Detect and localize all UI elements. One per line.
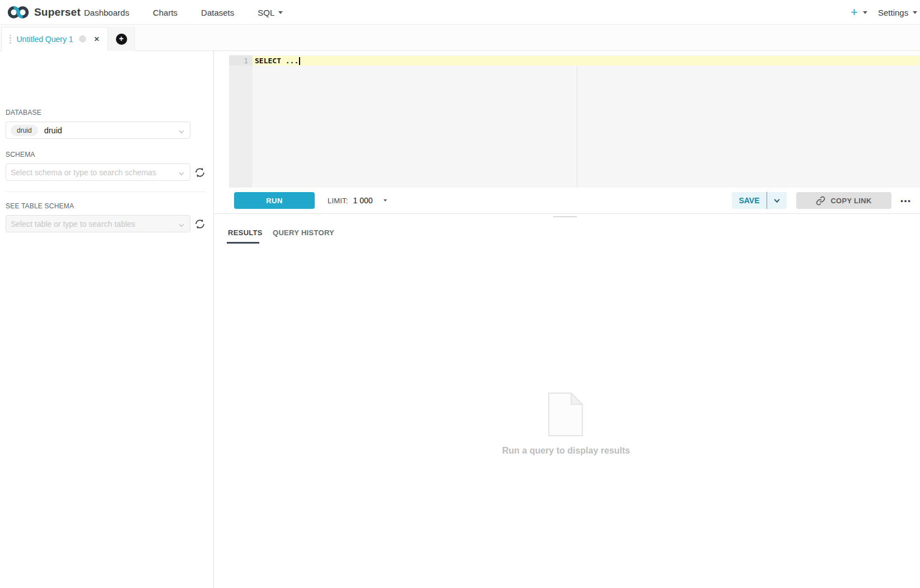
save-button[interactable]: SAVE	[732, 192, 767, 209]
tab-untitled-query-1[interactable]: Untitled Query 1 ✕	[1, 27, 108, 51]
settings-label: Settings	[878, 8, 908, 17]
close-tab-icon[interactable]: ✕	[94, 35, 100, 43]
database-label: DATABASE	[6, 109, 41, 116]
brand-title: Superset	[34, 6, 81, 18]
south-pane-divider	[214, 213, 920, 214]
main-nav: Dashboards Charts Datasets SQL	[84, 0, 306, 25]
editor-gutter: 1	[229, 55, 253, 188]
add-tab-button[interactable]: +	[108, 27, 135, 51]
link-icon	[816, 196, 825, 206]
query-tab-title: Untitled Query 1	[17, 35, 73, 44]
chevron-down-icon	[178, 127, 185, 137]
chevron-down-icon	[178, 221, 185, 231]
nav-item-charts[interactable]: Charts	[153, 8, 184, 17]
chevron-down-icon	[773, 197, 781, 204]
sql-lab-sidebar: DATABASE druid druid SCHEMA Select schem…	[0, 51, 213, 588]
more-options-button[interactable]: •••	[896, 192, 916, 209]
nav-item-datasets[interactable]: Datasets	[201, 8, 241, 17]
superset-logo-link[interactable]: Superset	[7, 0, 81, 25]
add-tab-plus-icon: +	[116, 34, 127, 45]
refresh-tables-icon[interactable]	[194, 218, 206, 230]
sql-code-text: SELECT ...	[255, 56, 298, 66]
table-select[interactable]: Select table or type to search tables	[6, 215, 190, 232]
tab-results[interactable]: RESULTS	[228, 228, 263, 237]
chevron-down-icon	[178, 169, 185, 179]
table-select-placeholder: Select table or type to search tables	[11, 220, 136, 228]
drag-handle-icon[interactable]	[10, 35, 11, 44]
sidebar-divider	[6, 192, 206, 192]
schema-select[interactable]: Select schema or type to search schemas	[6, 164, 190, 181]
query-tab-bar: Untitled Query 1 ✕ +	[0, 25, 920, 51]
run-query-button[interactable]: RUN	[234, 192, 315, 209]
editor-line-number: 1	[229, 56, 253, 66]
chevron-down-icon	[384, 199, 387, 202]
empty-results-message: Run a query to display results	[454, 446, 678, 456]
editor-print-margin	[577, 66, 577, 188]
top-navbar: Superset Dashboards Charts Datasets SQL …	[0, 0, 920, 25]
refresh-schemas-icon[interactable]	[194, 166, 206, 179]
superset-logo-icon	[7, 4, 30, 20]
see-table-schema-label: SEE TABLE SCHEMA	[6, 202, 74, 210]
empty-results-document-icon	[548, 392, 583, 439]
limit-dropdown[interactable]: LIMIT: 1 000	[328, 192, 387, 209]
save-options-button[interactable]	[767, 192, 787, 209]
limit-label: LIMIT:	[328, 197, 348, 205]
limit-value: 1 000	[353, 196, 373, 205]
tab-query-history[interactable]: QUERY HISTORY	[273, 228, 334, 237]
chevron-down-icon	[913, 11, 917, 14]
database-select[interactable]: druid druid	[6, 122, 190, 139]
editor-code-line: SELECT ...	[255, 56, 300, 66]
database-type-badge: druid	[11, 125, 38, 136]
copy-link-button[interactable]: COPY LINK	[796, 192, 891, 209]
nav-item-sql-label: SQL	[258, 8, 274, 17]
chevron-down-icon	[278, 11, 283, 14]
sidebar-resize-divider[interactable]	[213, 51, 214, 588]
nav-item-sql[interactable]: SQL	[258, 8, 289, 17]
chevron-down-icon	[863, 11, 867, 14]
save-query-split-button: SAVE	[732, 192, 787, 209]
editor-active-line-highlight	[253, 56, 920, 66]
active-tab-indicator	[227, 242, 259, 244]
new-item-button[interactable]: +	[851, 0, 867, 25]
nav-item-dashboards[interactable]: Dashboards	[84, 8, 136, 17]
editor-cursor	[299, 57, 300, 65]
settings-menu[interactable]: Settings	[878, 0, 917, 25]
schema-label: SCHEMA	[6, 151, 35, 158]
schema-select-placeholder: Select schema or type to search schemas	[11, 168, 156, 177]
sql-editor[interactable]: 1 SELECT ...	[229, 55, 920, 188]
database-select-value: druid	[44, 126, 62, 135]
copy-link-label: COPY LINK	[830, 197, 871, 205]
sql-lab-app: Superset Dashboards Charts Datasets SQL …	[0, 0, 920, 588]
south-pane-drag-handle[interactable]	[553, 216, 577, 217]
query-status-dot	[79, 35, 86, 43]
plus-icon: +	[851, 6, 858, 18]
